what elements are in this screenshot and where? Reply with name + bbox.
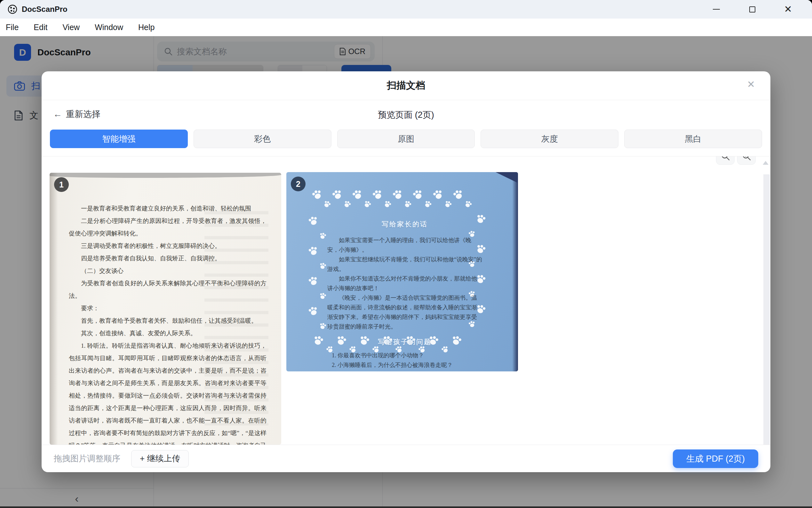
tab-color[interactable]: 彩色 <box>194 130 332 148</box>
app-window: DocScanPro ✕ File Edit View Window Help … <box>0 0 812 508</box>
scan-page-2[interactable]: 2 写给家长的话 如果宝宝需要一个入睡的理由，我们可以给他讲《晚安， <box>286 172 518 371</box>
preview-scroll-area[interactable]: 1 一是教育者和受教育者建立良好的关系，创造和谐、轻松的氛围 二是分析心理障碍产… <box>42 157 770 444</box>
tab-black-white[interactable]: 黑白 <box>624 130 762 148</box>
page1-scanned-text: 一是教育者和受教育者建立良好的关系，创造和谐、轻松的氛围 二是分析心理障碍产生的… <box>69 202 266 444</box>
scan-page-1[interactable]: 1 一是教育者和受教育者建立良好的关系，创造和谐、轻松的氛围 二是分析心理障碍产… <box>50 173 281 444</box>
window-title: DocScanPro <box>22 5 68 14</box>
menu-window[interactable]: Window <box>95 23 123 32</box>
scrollbar-track[interactable] <box>763 174 770 444</box>
page2-book-edge <box>512 172 518 371</box>
menu-edit[interactable]: Edit <box>34 23 47 32</box>
modal-title: 扫描文档 <box>387 79 425 92</box>
maximize-button[interactable] <box>745 3 760 16</box>
page2-title-parents: 写给家长的话 <box>327 219 482 229</box>
menu-bar: File Edit View Window Help <box>0 18 812 36</box>
tab-smart-enhance[interactable]: 智能增强 <box>50 130 188 148</box>
menu-file[interactable]: File <box>6 23 18 32</box>
tab-original[interactable]: 原图 <box>337 130 475 148</box>
drag-order-hint: 拖拽图片调整顺序 <box>54 453 120 464</box>
page-number-badge: 1 <box>54 177 69 192</box>
zoom-out-button[interactable] <box>716 157 735 165</box>
page2-scanned-text: 写给家长的话 如果宝宝需要一个入睡的理由，我们可以给他讲《晚安，小海獭》。 如果… <box>327 219 482 371</box>
menu-view[interactable]: View <box>62 23 80 32</box>
minimize-button[interactable] <box>709 3 724 16</box>
menu-help[interactable]: Help <box>138 23 155 32</box>
scan-document-modal: 扫描文档 ✕ ← 重新选择 预览页面 (2页) 智能增强 彩色 原图 灰度 黑白 <box>42 71 770 472</box>
zoom-in-button[interactable] <box>737 157 756 165</box>
continue-upload-button[interactable]: + 继续上传 <box>131 450 189 467</box>
modal-subheader: ← 重新选择 预览页面 (2页) <box>42 100 770 130</box>
preview-pages-label: 预览页面 (2页) <box>42 109 770 121</box>
title-bar: DocScanPro ✕ <box>0 0 812 18</box>
window-close-button[interactable]: ✕ <box>781 3 795 16</box>
tab-grayscale[interactable]: 灰度 <box>480 130 618 148</box>
zoom-out-icon <box>721 157 730 161</box>
zoom-in-icon <box>742 157 752 161</box>
scrollbar-up-icon[interactable] <box>763 161 768 165</box>
page1-photo-edge <box>50 173 281 178</box>
modal-close-icon[interactable]: ✕ <box>747 80 755 89</box>
window-bottom-edge <box>0 506 812 508</box>
enhance-mode-tabs: 智能增强 彩色 原图 灰度 黑白 <box>50 130 762 148</box>
page2-title-children: 写给孩子的问题 <box>327 337 482 347</box>
page-number-badge: 2 <box>291 177 305 191</box>
modal-footer: 拖拽图片调整顺序 + 继续上传 生成 PDF (2页) <box>42 444 770 472</box>
generate-pdf-button[interactable]: 生成 PDF (2页) <box>673 450 758 468</box>
page1-spine-shadow <box>50 173 58 444</box>
modal-header: 扫描文档 ✕ <box>42 71 770 100</box>
app-logo-icon <box>8 4 17 14</box>
